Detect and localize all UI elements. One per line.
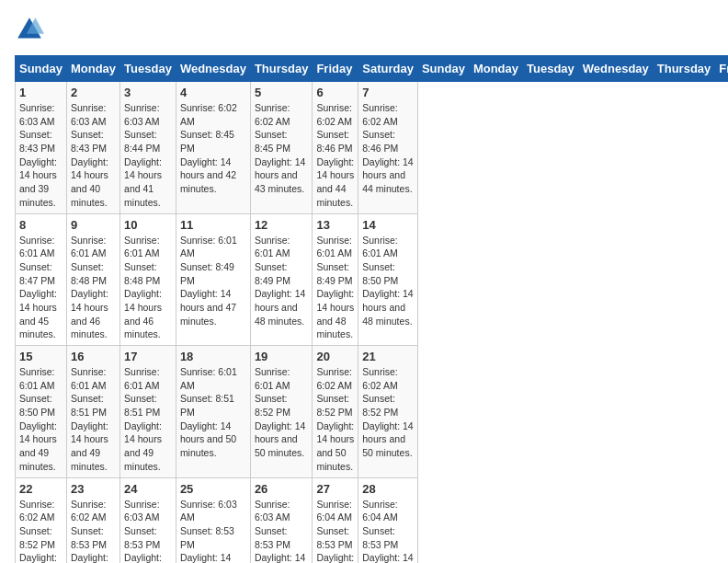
calendar-cell: 4Sunrise: 6:02 AMSunset: 8:45 PMDaylight… [176,82,250,214]
day-info: Sunrise: 6:04 AMSunset: 8:53 PMDaylight:… [316,498,354,564]
day-number: 27 [316,482,354,496]
day-number: 12 [255,218,309,232]
day-info: Sunrise: 6:04 AMSunset: 8:53 PMDaylight:… [362,498,414,564]
day-number: 24 [124,482,172,496]
calendar-cell: 26Sunrise: 6:03 AMSunset: 8:53 PMDayligh… [250,477,313,563]
day-number: 13 [316,218,354,232]
calendar-table: SundayMondayTuesdayWednesdayThursdayFrid… [15,55,728,563]
calendar-cell: 1Sunrise: 6:03 AMSunset: 8:43 PMDaylight… [16,82,67,214]
day-number: 8 [19,218,63,232]
day-info: Sunrise: 6:03 AMSunset: 8:53 PMDaylight:… [255,498,309,564]
header-tuesday: Tuesday [120,56,176,82]
calendar-week-row: 22Sunrise: 6:02 AMSunset: 8:52 PMDayligh… [16,477,729,563]
day-number: 21 [362,350,414,363]
calendar-cell: 7Sunrise: 6:02 AMSunset: 8:46 PMDaylight… [358,82,418,214]
day-number: 2 [71,86,116,99]
calendar-cell: 23Sunrise: 6:02 AMSunset: 8:53 PMDayligh… [66,477,119,563]
logo [15,15,48,44]
day-info: Sunrise: 6:01 AMSunset: 8:49 PMDaylight:… [255,234,309,328]
day-info: Sunrise: 6:01 AMSunset: 8:50 PMDaylight:… [362,234,414,328]
day-number: 11 [180,218,246,232]
calendar-cell: 21Sunrise: 6:02 AMSunset: 8:52 PMDayligh… [358,346,418,478]
header-wednesday: Wednesday [578,56,653,82]
day-number: 10 [124,218,172,232]
calendar-cell: 25Sunrise: 6:03 AMSunset: 8:53 PMDayligh… [176,477,250,563]
calendar-cell: 8Sunrise: 6:01 AMSunset: 8:47 PMDaylight… [16,213,67,346]
day-number: 15 [19,350,63,363]
day-number: 20 [316,350,354,363]
calendar-cell: 12Sunrise: 6:01 AMSunset: 8:49 PMDayligh… [250,213,313,346]
day-info: Sunrise: 6:01 AMSunset: 8:47 PMDaylight:… [19,234,63,342]
calendar-cell: 17Sunrise: 6:01 AMSunset: 8:51 PMDayligh… [120,346,176,478]
day-info: Sunrise: 6:01 AMSunset: 8:50 PMDaylight:… [19,365,63,474]
header-wednesday: Wednesday [176,56,250,82]
header-thursday: Thursday [250,56,313,82]
day-info: Sunrise: 6:01 AMSunset: 8:48 PMDaylight:… [124,234,172,342]
calendar-cell: 28Sunrise: 6:04 AMSunset: 8:53 PMDayligh… [358,477,418,563]
day-info: Sunrise: 6:01 AMSunset: 8:51 PMDaylight:… [124,365,172,474]
day-info: Sunrise: 6:02 AMSunset: 8:45 PMDaylight:… [255,101,309,196]
page-header [15,15,713,44]
day-number: 7 [362,86,414,99]
calendar-cell: 6Sunrise: 6:02 AMSunset: 8:46 PMDaylight… [313,82,358,214]
calendar-cell: 5Sunrise: 6:02 AMSunset: 8:45 PMDaylight… [250,82,313,214]
day-info: Sunrise: 6:01 AMSunset: 8:51 PMDaylight:… [180,365,246,460]
calendar-cell: 2Sunrise: 6:03 AMSunset: 8:43 PMDaylight… [66,82,119,214]
day-number: 28 [362,482,414,496]
header-monday: Monday [66,56,119,82]
day-info: Sunrise: 6:02 AMSunset: 8:52 PMDaylight:… [316,365,354,474]
day-number: 6 [316,86,354,99]
day-number: 1 [19,86,63,99]
day-number: 18 [180,350,246,363]
header-saturday: Saturday [358,56,418,82]
day-info: Sunrise: 6:03 AMSunset: 8:53 PMDaylight:… [124,498,172,564]
calendar-cell: 19Sunrise: 6:01 AMSunset: 8:52 PMDayligh… [250,346,313,478]
day-info: Sunrise: 6:02 AMSunset: 8:52 PMDaylight:… [362,365,414,460]
header-monday: Monday [469,56,522,82]
day-info: Sunrise: 6:02 AMSunset: 8:52 PMDaylight:… [19,498,63,564]
day-info: Sunrise: 6:01 AMSunset: 8:52 PMDaylight:… [255,365,309,460]
calendar-cell: 27Sunrise: 6:04 AMSunset: 8:53 PMDayligh… [313,477,358,563]
day-number: 4 [180,86,246,99]
day-info: Sunrise: 6:01 AMSunset: 8:49 PMDaylight:… [316,234,354,342]
calendar-cell: 18Sunrise: 6:01 AMSunset: 8:51 PMDayligh… [176,346,250,478]
day-number: 19 [255,350,309,363]
day-number: 14 [362,218,414,232]
header-friday: Friday [715,56,728,82]
day-info: Sunrise: 6:02 AMSunset: 8:46 PMDaylight:… [362,101,414,196]
calendar-cell: 3Sunrise: 6:03 AMSunset: 8:44 PMDaylight… [120,82,176,214]
day-info: Sunrise: 6:03 AMSunset: 8:43 PMDaylight:… [71,101,116,210]
calendar-cell: 22Sunrise: 6:02 AMSunset: 8:52 PMDayligh… [16,477,67,563]
day-info: Sunrise: 6:01 AMSunset: 8:48 PMDaylight:… [71,234,116,342]
calendar-week-row: 15Sunrise: 6:01 AMSunset: 8:50 PMDayligh… [16,346,729,478]
calendar-cell: 14Sunrise: 6:01 AMSunset: 8:50 PMDayligh… [358,213,418,346]
day-number: 22 [19,482,63,496]
header-tuesday: Tuesday [523,56,579,82]
day-info: Sunrise: 6:03 AMSunset: 8:43 PMDaylight:… [19,101,63,210]
calendar-cell: 24Sunrise: 6:03 AMSunset: 8:53 PMDayligh… [120,477,176,563]
calendar-cell: 20Sunrise: 6:02 AMSunset: 8:52 PMDayligh… [313,346,358,478]
day-number: 3 [124,86,172,99]
calendar-cell: 15Sunrise: 6:01 AMSunset: 8:50 PMDayligh… [16,346,67,478]
calendar-cell: 13Sunrise: 6:01 AMSunset: 8:49 PMDayligh… [313,213,358,346]
calendar-cell: 9Sunrise: 6:01 AMSunset: 8:48 PMDaylight… [66,213,119,346]
day-number: 5 [255,86,309,99]
day-info: Sunrise: 6:03 AMSunset: 8:53 PMDaylight:… [180,498,246,564]
day-number: 17 [124,350,172,363]
day-info: Sunrise: 6:02 AMSunset: 8:45 PMDaylight:… [180,101,246,196]
calendar-week-row: 8Sunrise: 6:01 AMSunset: 8:47 PMDaylight… [16,213,729,346]
day-number: 16 [71,350,116,363]
day-info: Sunrise: 6:03 AMSunset: 8:44 PMDaylight:… [124,101,172,210]
day-info: Sunrise: 6:01 AMSunset: 8:49 PMDaylight:… [180,234,246,328]
calendar-header-row: SundayMondayTuesdayWednesdayThursdayFrid… [16,56,729,82]
day-number: 9 [71,218,116,232]
logo-icon [15,15,44,44]
day-number: 25 [180,482,246,496]
calendar-cell: 10Sunrise: 6:01 AMSunset: 8:48 PMDayligh… [120,213,176,346]
calendar-week-row: 1Sunrise: 6:03 AMSunset: 8:43 PMDaylight… [16,82,729,214]
header-thursday: Thursday [653,56,715,82]
day-number: 23 [71,482,116,496]
day-info: Sunrise: 6:01 AMSunset: 8:51 PMDaylight:… [71,365,116,474]
calendar-cell: 16Sunrise: 6:01 AMSunset: 8:51 PMDayligh… [66,346,119,478]
calendar-cell: 11Sunrise: 6:01 AMSunset: 8:49 PMDayligh… [176,213,250,346]
